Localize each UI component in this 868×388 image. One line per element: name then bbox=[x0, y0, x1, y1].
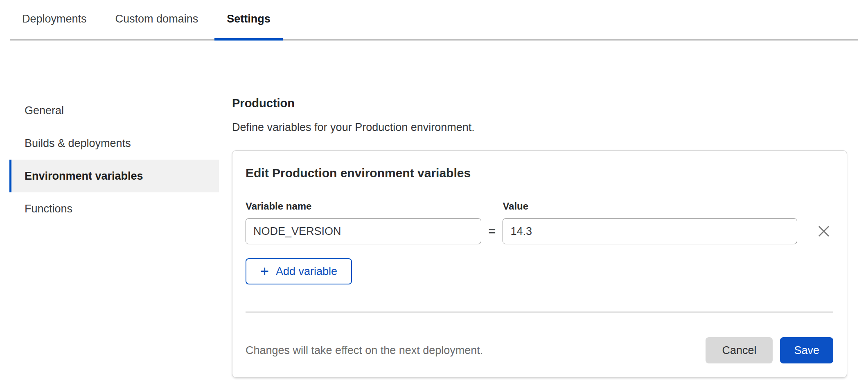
variable-value-input[interactable] bbox=[503, 218, 797, 244]
settings-layout: General Builds & deployments Environment… bbox=[0, 94, 868, 378]
card-footer: Changes will take effect on the next dep… bbox=[246, 337, 833, 363]
footer-note: Changes will take effect on the next dep… bbox=[246, 344, 706, 357]
project-tabbar: Deployments Custom domains Settings bbox=[10, 0, 858, 41]
tab-deployments[interactable]: Deployments bbox=[10, 0, 99, 41]
sidebar-item-builds-deployments[interactable]: Builds & deployments bbox=[9, 127, 219, 160]
card-title: Edit Production environment variables bbox=[246, 166, 833, 180]
sidebar-item-functions[interactable]: Functions bbox=[9, 192, 219, 225]
tab-settings[interactable]: Settings bbox=[214, 0, 283, 41]
sidebar-item-general[interactable]: General bbox=[9, 94, 219, 127]
variable-name-input[interactable] bbox=[246, 218, 481, 244]
variable-name-label: Variable name bbox=[246, 201, 481, 212]
save-button[interactable]: Save bbox=[780, 337, 833, 363]
page-title: Production bbox=[232, 97, 847, 110]
remove-variable-button[interactable] bbox=[814, 218, 833, 244]
equals-sign: = bbox=[481, 218, 503, 244]
variable-value-label: Value bbox=[503, 201, 797, 212]
env-vars-card: Edit Production environment variables Va… bbox=[232, 150, 847, 378]
variable-name-field: Variable name bbox=[246, 201, 481, 244]
tab-custom-domains[interactable]: Custom domains bbox=[103, 0, 211, 41]
page-description: Define variables for your Production env… bbox=[232, 121, 847, 134]
cancel-button[interactable]: Cancel bbox=[706, 337, 773, 363]
sidebar-item-environment-variables[interactable]: Environment variables bbox=[9, 160, 219, 192]
settings-sidebar: General Builds & deployments Environment… bbox=[9, 94, 219, 225]
plus-icon: + bbox=[260, 264, 269, 279]
card-divider bbox=[246, 311, 833, 313]
add-variable-label: Add variable bbox=[276, 265, 337, 278]
variable-row: Variable name = Value bbox=[246, 201, 833, 244]
close-icon bbox=[817, 224, 831, 238]
environment-variables-panel: Production Define variables for your Pro… bbox=[232, 94, 847, 378]
add-variable-button[interactable]: + Add variable bbox=[246, 258, 352, 284]
variable-value-field: Value bbox=[503, 201, 797, 244]
